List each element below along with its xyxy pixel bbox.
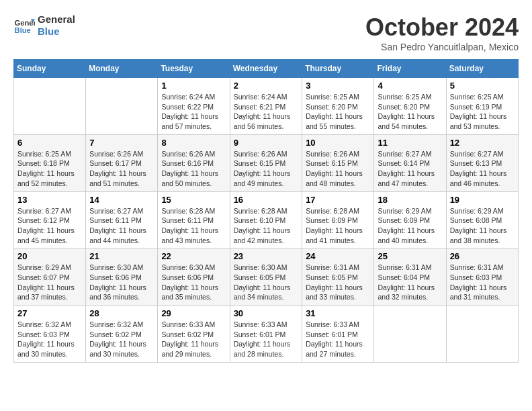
calendar-header: SundayMondayTuesdayWednesdayThursdayFrid… bbox=[14, 60, 519, 78]
day-content: Sunrise: 6:32 AM Sunset: 6:03 PM Dayligh… bbox=[17, 320, 82, 359]
day-number: 27 bbox=[17, 308, 82, 318]
calendar-body: 1Sunrise: 6:24 AM Sunset: 6:22 PM Daylig… bbox=[14, 78, 519, 363]
day-cell: 21Sunrise: 6:30 AM Sunset: 6:06 PM Dayli… bbox=[86, 248, 158, 306]
day-number: 10 bbox=[306, 138, 370, 148]
day-number: 21 bbox=[89, 251, 154, 261]
day-content: Sunrise: 6:26 AM Sunset: 6:15 PM Dayligh… bbox=[306, 149, 370, 189]
day-cell: 4Sunrise: 6:25 AM Sunset: 6:20 PM Daylig… bbox=[374, 78, 446, 135]
day-cell: 7Sunrise: 6:26 AM Sunset: 6:17 PM Daylig… bbox=[86, 134, 158, 191]
day-cell: 9Sunrise: 6:26 AM Sunset: 6:15 PM Daylig… bbox=[230, 134, 302, 191]
logo-line1: General bbox=[38, 13, 75, 26]
day-cell: 19Sunrise: 6:29 AM Sunset: 6:08 PM Dayli… bbox=[446, 191, 518, 248]
day-cell: 3Sunrise: 6:25 AM Sunset: 6:20 PM Daylig… bbox=[302, 78, 374, 135]
day-number: 2 bbox=[234, 81, 299, 91]
day-number: 11 bbox=[378, 138, 442, 148]
day-content: Sunrise: 6:28 AM Sunset: 6:09 PM Dayligh… bbox=[306, 206, 370, 246]
day-number: 8 bbox=[161, 138, 226, 148]
day-content: Sunrise: 6:29 AM Sunset: 6:09 PM Dayligh… bbox=[378, 206, 442, 246]
day-number: 7 bbox=[89, 138, 154, 148]
header-cell-tuesday: Tuesday bbox=[158, 60, 230, 78]
day-cell bbox=[446, 306, 518, 363]
day-cell: 23Sunrise: 6:30 AM Sunset: 6:05 PM Dayli… bbox=[230, 248, 302, 306]
day-content: Sunrise: 6:30 AM Sunset: 6:06 PM Dayligh… bbox=[89, 263, 154, 302]
day-number: 25 bbox=[378, 251, 442, 261]
day-number: 19 bbox=[450, 195, 515, 205]
day-number: 28 bbox=[89, 308, 154, 318]
day-content: Sunrise: 6:30 AM Sunset: 6:05 PM Dayligh… bbox=[234, 263, 299, 302]
day-cell: 30Sunrise: 6:33 AM Sunset: 6:01 PM Dayli… bbox=[230, 306, 302, 363]
day-cell: 20Sunrise: 6:29 AM Sunset: 6:07 PM Dayli… bbox=[14, 248, 86, 306]
day-number: 4 bbox=[378, 81, 442, 91]
day-content: Sunrise: 6:32 AM Sunset: 6:02 PM Dayligh… bbox=[89, 320, 154, 359]
day-cell: 29Sunrise: 6:33 AM Sunset: 6:02 PM Dayli… bbox=[158, 306, 230, 363]
logo-line2: Blue bbox=[38, 26, 75, 38]
day-number: 5 bbox=[450, 81, 515, 91]
day-content: Sunrise: 6:27 AM Sunset: 6:11 PM Dayligh… bbox=[89, 206, 154, 246]
day-cell bbox=[374, 306, 446, 363]
day-cell: 2Sunrise: 6:24 AM Sunset: 6:21 PM Daylig… bbox=[230, 78, 302, 135]
day-number: 20 bbox=[17, 251, 82, 261]
header-cell-saturday: Saturday bbox=[446, 60, 518, 78]
day-cell: 16Sunrise: 6:28 AM Sunset: 6:10 PM Dayli… bbox=[230, 191, 302, 248]
week-row-3: 13Sunrise: 6:27 AM Sunset: 6:12 PM Dayli… bbox=[14, 191, 519, 248]
logo-icon: General Blue bbox=[13, 15, 35, 36]
day-cell: 27Sunrise: 6:32 AM Sunset: 6:03 PM Dayli… bbox=[14, 306, 86, 363]
day-content: Sunrise: 6:25 AM Sunset: 6:20 PM Dayligh… bbox=[306, 92, 370, 132]
day-content: Sunrise: 6:24 AM Sunset: 6:21 PM Dayligh… bbox=[234, 92, 299, 132]
day-cell: 12Sunrise: 6:27 AM Sunset: 6:13 PM Dayli… bbox=[446, 134, 518, 191]
title-block: October 2024 San Pedro Yancuitlalpan, Me… bbox=[365, 13, 519, 52]
week-row-2: 6Sunrise: 6:25 AM Sunset: 6:18 PM Daylig… bbox=[14, 134, 519, 191]
day-number: 16 bbox=[234, 195, 299, 205]
day-cell: 1Sunrise: 6:24 AM Sunset: 6:22 PM Daylig… bbox=[158, 78, 230, 135]
day-cell: 26Sunrise: 6:31 AM Sunset: 6:03 PM Dayli… bbox=[446, 248, 518, 306]
day-content: Sunrise: 6:25 AM Sunset: 6:18 PM Dayligh… bbox=[17, 149, 82, 189]
day-number: 12 bbox=[450, 138, 515, 148]
day-number: 14 bbox=[89, 195, 154, 205]
day-content: Sunrise: 6:27 AM Sunset: 6:14 PM Dayligh… bbox=[378, 149, 442, 189]
day-number: 31 bbox=[306, 308, 370, 318]
header-cell-thursday: Thursday bbox=[302, 60, 374, 78]
day-number: 3 bbox=[306, 81, 370, 91]
day-cell: 11Sunrise: 6:27 AM Sunset: 6:14 PM Dayli… bbox=[374, 134, 446, 191]
logo: General Blue General Blue bbox=[13, 13, 75, 38]
month-title: October 2024 bbox=[365, 13, 519, 42]
location-subtitle: San Pedro Yancuitlalpan, Mexico bbox=[365, 42, 519, 52]
day-number: 18 bbox=[378, 195, 442, 205]
day-cell: 6Sunrise: 6:25 AM Sunset: 6:18 PM Daylig… bbox=[14, 134, 86, 191]
day-number: 22 bbox=[161, 251, 226, 261]
header-cell-friday: Friday bbox=[374, 60, 446, 78]
day-content: Sunrise: 6:29 AM Sunset: 6:07 PM Dayligh… bbox=[17, 263, 82, 302]
day-content: Sunrise: 6:27 AM Sunset: 6:12 PM Dayligh… bbox=[17, 206, 82, 246]
day-content: Sunrise: 6:26 AM Sunset: 6:16 PM Dayligh… bbox=[161, 149, 226, 189]
day-cell: 8Sunrise: 6:26 AM Sunset: 6:16 PM Daylig… bbox=[158, 134, 230, 191]
day-number: 29 bbox=[161, 308, 226, 318]
day-cell: 13Sunrise: 6:27 AM Sunset: 6:12 PM Dayli… bbox=[14, 191, 86, 248]
calendar-table: SundayMondayTuesdayWednesdayThursdayFrid… bbox=[13, 59, 519, 363]
day-number: 24 bbox=[306, 251, 370, 261]
header-cell-monday: Monday bbox=[86, 60, 158, 78]
day-cell: 14Sunrise: 6:27 AM Sunset: 6:11 PM Dayli… bbox=[86, 191, 158, 248]
day-content: Sunrise: 6:29 AM Sunset: 6:08 PM Dayligh… bbox=[450, 206, 515, 246]
day-content: Sunrise: 6:33 AM Sunset: 6:01 PM Dayligh… bbox=[306, 320, 370, 359]
day-cell bbox=[14, 78, 86, 135]
day-content: Sunrise: 6:31 AM Sunset: 6:03 PM Dayligh… bbox=[450, 263, 515, 302]
day-number: 30 bbox=[234, 308, 299, 318]
day-cell: 5Sunrise: 6:25 AM Sunset: 6:19 PM Daylig… bbox=[446, 78, 518, 135]
day-content: Sunrise: 6:30 AM Sunset: 6:06 PM Dayligh… bbox=[161, 263, 226, 302]
day-cell: 25Sunrise: 6:31 AM Sunset: 6:04 PM Dayli… bbox=[374, 248, 446, 306]
day-cell: 22Sunrise: 6:30 AM Sunset: 6:06 PM Dayli… bbox=[158, 248, 230, 306]
day-cell bbox=[86, 78, 158, 135]
day-cell: 18Sunrise: 6:29 AM Sunset: 6:09 PM Dayli… bbox=[374, 191, 446, 248]
day-number: 26 bbox=[450, 251, 515, 261]
day-content: Sunrise: 6:25 AM Sunset: 6:20 PM Dayligh… bbox=[378, 92, 442, 132]
day-cell: 24Sunrise: 6:31 AM Sunset: 6:05 PM Dayli… bbox=[302, 248, 374, 306]
day-content: Sunrise: 6:33 AM Sunset: 6:02 PM Dayligh… bbox=[161, 320, 226, 359]
day-number: 9 bbox=[234, 138, 299, 148]
day-number: 15 bbox=[161, 195, 226, 205]
day-content: Sunrise: 6:28 AM Sunset: 6:10 PM Dayligh… bbox=[234, 206, 299, 246]
day-number: 13 bbox=[17, 195, 82, 205]
day-content: Sunrise: 6:33 AM Sunset: 6:01 PM Dayligh… bbox=[234, 320, 299, 359]
header-cell-sunday: Sunday bbox=[14, 60, 86, 78]
day-content: Sunrise: 6:26 AM Sunset: 6:15 PM Dayligh… bbox=[234, 149, 299, 189]
day-cell: 31Sunrise: 6:33 AM Sunset: 6:01 PM Dayli… bbox=[302, 306, 374, 363]
